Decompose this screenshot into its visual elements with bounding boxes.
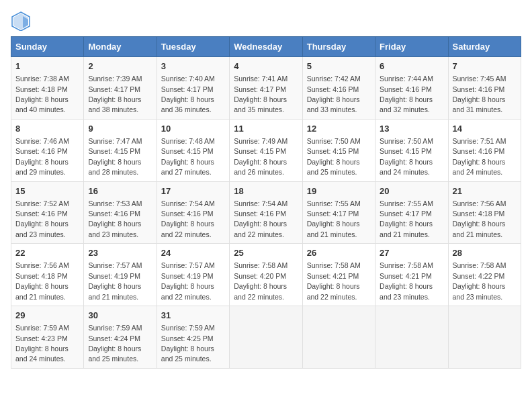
- calendar-cell: 18Sunrise: 7:54 AMSunset: 4:16 PMDayligh…: [230, 181, 302, 244]
- cell-date: 9: [88, 123, 152, 135]
- calendar-week: 8Sunrise: 7:46 AMSunset: 4:16 PMDaylight…: [11, 119, 521, 181]
- cell-date: 17: [161, 185, 225, 197]
- calendar-cell: [375, 306, 448, 369]
- cell-info: Sunrise: 7:59 AMSunset: 4:24 PMDaylight:…: [88, 324, 142, 363]
- day-header-friday: Friday: [375, 37, 448, 57]
- cell-info: Sunrise: 7:50 AMSunset: 4:15 PMDaylight:…: [307, 137, 361, 176]
- cell-date: 19: [307, 185, 371, 197]
- cell-info: Sunrise: 7:59 AMSunset: 4:25 PMDaylight:…: [161, 324, 215, 363]
- day-header-sunday: Sunday: [11, 37, 84, 57]
- cell-date: 18: [234, 185, 298, 197]
- cell-info: Sunrise: 7:45 AMSunset: 4:16 PMDaylight:…: [453, 75, 506, 113]
- calendar-cell: 9Sunrise: 7:47 AMSunset: 4:15 PMDaylight…: [84, 119, 157, 181]
- cell-date: 1: [15, 60, 79, 73]
- day-header-tuesday: Tuesday: [157, 37, 229, 57]
- calendar-cell: 8Sunrise: 7:46 AMSunset: 4:16 PMDaylight…: [11, 119, 84, 181]
- calendar-cell: 21Sunrise: 7:56 AMSunset: 4:18 PMDayligh…: [448, 181, 521, 244]
- calendar-cell: 23Sunrise: 7:57 AMSunset: 4:19 PMDayligh…: [84, 244, 157, 306]
- cell-info: Sunrise: 7:44 AMSunset: 4:16 PMDaylight:…: [380, 75, 433, 113]
- cell-info: Sunrise: 7:58 AMSunset: 4:21 PMDaylight:…: [307, 261, 361, 300]
- cell-date: 21: [453, 185, 517, 197]
- calendar-cell: 7Sunrise: 7:45 AMSunset: 4:16 PMDaylight…: [448, 57, 521, 120]
- calendar-cell: 12Sunrise: 7:50 AMSunset: 4:15 PMDayligh…: [302, 119, 375, 181]
- cell-date: 8: [15, 123, 79, 135]
- day-header-monday: Monday: [84, 37, 157, 57]
- cell-info: Sunrise: 7:38 AMSunset: 4:18 PMDaylight:…: [15, 75, 69, 113]
- cell-date: 13: [380, 123, 443, 135]
- calendar-cell: 31Sunrise: 7:59 AMSunset: 4:25 PMDayligh…: [157, 306, 229, 369]
- calendar-cell: 4Sunrise: 7:41 AMSunset: 4:17 PMDaylight…: [230, 57, 302, 120]
- calendar-cell: 25Sunrise: 7:58 AMSunset: 4:20 PMDayligh…: [230, 244, 302, 306]
- logo: [11, 11, 34, 31]
- cell-date: 7: [453, 60, 517, 73]
- cell-date: 15: [15, 185, 79, 197]
- cell-info: Sunrise: 7:47 AMSunset: 4:15 PMDaylight:…: [88, 137, 142, 176]
- cell-date: 11: [234, 123, 298, 135]
- calendar-cell: 1Sunrise: 7:38 AMSunset: 4:18 PMDaylight…: [11, 57, 84, 120]
- cell-info: Sunrise: 7:55 AMSunset: 4:17 PMDaylight:…: [380, 199, 433, 238]
- page-header: [11, 11, 521, 31]
- cell-date: 22: [15, 247, 79, 259]
- cell-info: Sunrise: 7:58 AMSunset: 4:21 PMDaylight:…: [380, 261, 433, 300]
- calendar-week: 15Sunrise: 7:52 AMSunset: 4:16 PMDayligh…: [11, 181, 521, 244]
- cell-date: 4: [234, 60, 298, 73]
- calendar-table: SundayMondayTuesdayWednesdayThursdayFrid…: [11, 36, 521, 369]
- calendar-week: 1Sunrise: 7:38 AMSunset: 4:18 PMDaylight…: [11, 57, 521, 120]
- cell-date: 29: [15, 310, 79, 322]
- calendar-cell: 10Sunrise: 7:48 AMSunset: 4:15 PMDayligh…: [157, 119, 229, 181]
- cell-info: Sunrise: 7:46 AMSunset: 4:16 PMDaylight:…: [15, 137, 69, 176]
- cell-date: 23: [88, 247, 152, 259]
- calendar-cell: 27Sunrise: 7:58 AMSunset: 4:21 PMDayligh…: [375, 244, 448, 306]
- cell-info: Sunrise: 7:58 AMSunset: 4:20 PMDaylight:…: [234, 261, 287, 300]
- cell-date: 26: [307, 247, 371, 259]
- calendar-cell: 26Sunrise: 7:58 AMSunset: 4:21 PMDayligh…: [302, 244, 375, 306]
- calendar-cell: 11Sunrise: 7:49 AMSunset: 4:15 PMDayligh…: [230, 119, 302, 181]
- calendar-cell: 2Sunrise: 7:39 AMSunset: 4:17 PMDaylight…: [84, 57, 157, 120]
- cell-info: Sunrise: 7:56 AMSunset: 4:18 PMDaylight:…: [15, 261, 69, 300]
- cell-info: Sunrise: 7:51 AMSunset: 4:16 PMDaylight:…: [453, 137, 506, 176]
- calendar-cell: 24Sunrise: 7:57 AMSunset: 4:19 PMDayligh…: [157, 244, 229, 306]
- cell-date: 6: [380, 60, 443, 73]
- cell-date: 24: [161, 247, 225, 259]
- calendar-cell: 14Sunrise: 7:51 AMSunset: 4:16 PMDayligh…: [448, 119, 521, 181]
- cell-info: Sunrise: 7:39 AMSunset: 4:17 PMDaylight:…: [88, 75, 142, 113]
- calendar-cell: 19Sunrise: 7:55 AMSunset: 4:17 PMDayligh…: [302, 181, 375, 244]
- logo-icon: [11, 11, 31, 31]
- calendar-cell: [302, 306, 375, 369]
- calendar-week: 29Sunrise: 7:59 AMSunset: 4:23 PMDayligh…: [11, 306, 521, 369]
- cell-date: 20: [380, 185, 443, 197]
- cell-date: 30: [88, 310, 152, 322]
- day-header-saturday: Saturday: [448, 37, 521, 57]
- day-header-thursday: Thursday: [302, 37, 375, 57]
- calendar-cell: 15Sunrise: 7:52 AMSunset: 4:16 PMDayligh…: [11, 181, 84, 244]
- cell-date: 28: [453, 247, 517, 259]
- cell-info: Sunrise: 7:42 AMSunset: 4:16 PMDaylight:…: [307, 75, 361, 113]
- cell-info: Sunrise: 7:53 AMSunset: 4:16 PMDaylight:…: [88, 199, 142, 238]
- cell-date: 12: [307, 123, 371, 135]
- cell-date: 5: [307, 60, 371, 73]
- cell-date: 25: [234, 247, 298, 259]
- cell-date: 2: [88, 60, 152, 73]
- cell-info: Sunrise: 7:55 AMSunset: 4:17 PMDaylight:…: [307, 199, 361, 238]
- day-header-wednesday: Wednesday: [230, 37, 302, 57]
- cell-info: Sunrise: 7:54 AMSunset: 4:16 PMDaylight:…: [234, 199, 287, 238]
- cell-info: Sunrise: 7:57 AMSunset: 4:19 PMDaylight:…: [161, 261, 215, 300]
- cell-date: 10: [161, 123, 225, 135]
- cell-info: Sunrise: 7:41 AMSunset: 4:17 PMDaylight:…: [234, 75, 287, 113]
- calendar-week: 22Sunrise: 7:56 AMSunset: 4:18 PMDayligh…: [11, 244, 521, 306]
- cell-info: Sunrise: 7:50 AMSunset: 4:15 PMDaylight:…: [380, 137, 433, 176]
- calendar-header: SundayMondayTuesdayWednesdayThursdayFrid…: [11, 37, 521, 57]
- cell-date: 3: [161, 60, 225, 73]
- cell-info: Sunrise: 7:54 AMSunset: 4:16 PMDaylight:…: [161, 199, 215, 238]
- cell-info: Sunrise: 7:48 AMSunset: 4:15 PMDaylight:…: [161, 137, 215, 176]
- calendar-cell: 30Sunrise: 7:59 AMSunset: 4:24 PMDayligh…: [84, 306, 157, 369]
- cell-info: Sunrise: 7:58 AMSunset: 4:22 PMDaylight:…: [453, 261, 506, 300]
- calendar-cell: 28Sunrise: 7:58 AMSunset: 4:22 PMDayligh…: [448, 244, 521, 306]
- calendar-cell: [448, 306, 521, 369]
- calendar-cell: 13Sunrise: 7:50 AMSunset: 4:15 PMDayligh…: [375, 119, 448, 181]
- calendar-cell: 3Sunrise: 7:40 AMSunset: 4:17 PMDaylight…: [157, 57, 229, 120]
- cell-info: Sunrise: 7:57 AMSunset: 4:19 PMDaylight:…: [88, 261, 142, 300]
- calendar-cell: 5Sunrise: 7:42 AMSunset: 4:16 PMDaylight…: [302, 57, 375, 120]
- cell-date: 14: [453, 123, 517, 135]
- calendar-cell: 22Sunrise: 7:56 AMSunset: 4:18 PMDayligh…: [11, 244, 84, 306]
